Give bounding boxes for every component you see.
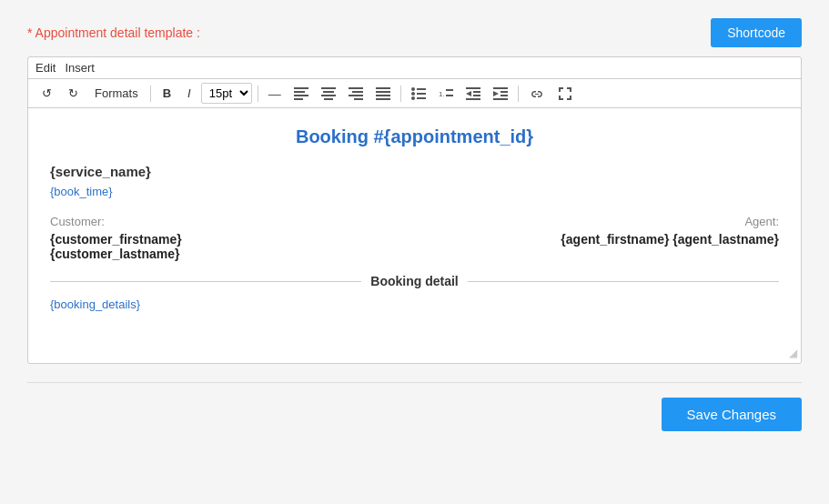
svg-marker-32 [493,91,499,96]
align-center-button[interactable] [317,85,340,103]
svg-rect-35 [493,98,508,100]
svg-marker-27 [466,91,471,96]
divider-line-left [50,281,361,282]
italic-button[interactable]: I [181,84,197,103]
svg-rect-8 [349,87,363,89]
footer-row: Save Changes [27,398,802,431]
indent-more-button[interactable] [489,85,512,103]
save-changes-button[interactable]: Save Changes [662,398,802,431]
agent-name: {agent_firstname} {agent_lastname} [415,232,780,247]
book-time-placeholder: {book_time} [50,185,779,198]
email-title: Booking #{appointment_id} [50,126,779,147]
svg-rect-34 [500,95,508,96]
resize-handle[interactable]: ◢ [789,347,797,359]
svg-rect-2 [294,95,308,96]
toolbar-separator-4 [518,86,519,102]
customer-lastname: {customer_lastname} [50,247,415,261]
svg-rect-5 [323,91,334,93]
editor-menubar: Edit Insert [28,57,801,79]
formats-button[interactable]: Formats [88,84,145,103]
list-number-button[interactable]: 1.2. [434,85,458,103]
svg-rect-7 [324,98,333,100]
undo-button[interactable]: ↺ [35,84,58,103]
link-button[interactable] [524,85,550,103]
svg-rect-4 [321,87,336,89]
svg-rect-25 [446,95,453,96]
svg-rect-17 [417,88,426,90]
list-bullet-button[interactable] [407,85,430,103]
divider-line-right [468,281,779,282]
svg-rect-23 [446,89,453,91]
service-name-placeholder: {service_name} [50,164,779,179]
svg-point-20 [411,96,415,100]
svg-rect-13 [376,91,390,93]
agent-label: Agent: [415,215,780,228]
indent-less-button[interactable] [461,85,485,103]
svg-rect-26 [466,87,480,89]
svg-rect-12 [376,87,390,89]
customer-section: Customer: {customer_firstname} {customer… [50,215,415,261]
editor-toolbar: ↺ ↻ Formats B I 15pt — 1.2. [28,79,801,108]
svg-rect-29 [473,95,480,96]
hr-button[interactable]: — [264,84,286,104]
svg-text:1.: 1. [439,90,445,98]
label-row: * Appointment detail template : Shortcod… [27,18,802,47]
svg-rect-19 [417,93,426,95]
customer-label: Customer: [50,215,415,228]
svg-rect-33 [500,91,508,93]
customer-agent-row: Customer: {customer_firstname} {customer… [50,215,779,261]
align-justify-button[interactable] [371,85,395,103]
svg-rect-10 [349,95,363,96]
bold-button[interactable]: B [157,84,177,103]
svg-rect-11 [354,98,363,100]
svg-rect-28 [473,91,480,93]
toolbar-separator-2 [258,86,258,102]
toolbar-separator-1 [150,86,151,102]
svg-rect-15 [376,98,390,100]
svg-point-16 [411,87,415,91]
menu-insert[interactable]: Insert [65,61,95,75]
svg-rect-31 [493,87,508,89]
toolbar-separator-3 [400,86,401,102]
editor-wrapper: Edit Insert ↺ ↻ Formats B I 15pt — [27,56,802,364]
editor-content[interactable]: Booking #{appointment_id} {service_name}… [28,108,801,363]
customer-firstname: {customer_firstname} [50,232,415,247]
booking-detail-divider: Booking detail [50,274,779,288]
svg-rect-3 [294,98,303,100]
field-label: * Appointment detail template : [27,25,200,40]
svg-rect-9 [352,91,363,93]
svg-rect-21 [417,97,426,99]
font-size-select[interactable]: 15pt [201,83,252,104]
align-left-button[interactable] [289,85,313,103]
svg-rect-30 [466,98,480,100]
bottom-divider [27,382,802,383]
redo-button[interactable]: ↻ [62,84,85,103]
booking-detail-label: Booking detail [370,274,458,288]
svg-point-18 [411,92,415,96]
shortcode-button[interactable]: Shortcode [711,18,802,47]
align-right-button[interactable] [344,85,368,103]
svg-rect-1 [294,91,305,93]
svg-rect-14 [376,95,390,96]
agent-section: Agent: {agent_firstname} {agent_lastname… [415,215,780,261]
svg-rect-0 [294,87,308,89]
svg-rect-6 [321,95,336,96]
menu-edit[interactable]: Edit [35,61,56,75]
booking-details-placeholder: {booking_details} [50,297,779,311]
fullscreen-button[interactable] [553,84,577,104]
